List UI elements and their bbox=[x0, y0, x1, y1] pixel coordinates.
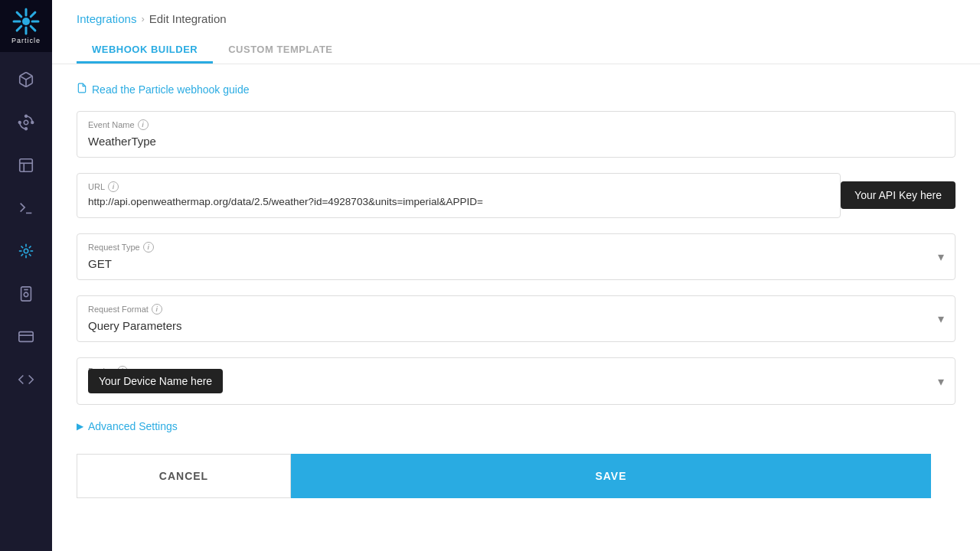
svg-line-6 bbox=[31, 12, 35, 17]
svg-rect-28 bbox=[21, 287, 31, 301]
url-row: URL i http://api.openweathermap.org/data… bbox=[77, 173, 956, 218]
brand-label: Particle bbox=[11, 37, 41, 44]
event-name-label: Event Name i bbox=[88, 119, 944, 130]
breadcrumb-separator: › bbox=[141, 13, 144, 24]
device-field[interactable]: Device i Your Device Name here bbox=[77, 357, 956, 405]
request-type-label: Request Type i bbox=[88, 242, 944, 253]
sidebar-item-code[interactable] bbox=[0, 358, 52, 401]
event-name-group: Event Name i WeatherType bbox=[77, 111, 956, 158]
svg-point-12 bbox=[31, 122, 34, 124]
event-name-field[interactable]: Event Name i WeatherType bbox=[77, 111, 956, 158]
device-group: Device i Your Device Name here bbox=[77, 357, 956, 405]
breadcrumb-current: Edit Integration bbox=[149, 12, 227, 25]
event-name-value: WeatherType bbox=[88, 133, 944, 149]
advanced-settings-label: Advanced Settings bbox=[88, 420, 178, 432]
sidebar-item-sim[interactable] bbox=[0, 272, 52, 315]
form-area: Read the Particle webhook guide Event Na… bbox=[52, 64, 980, 551]
svg-point-11 bbox=[18, 122, 21, 124]
svg-rect-31 bbox=[19, 332, 33, 342]
sidebar-item-integrations[interactable] bbox=[0, 230, 52, 272]
footer-buttons: CANCEL SAVE bbox=[77, 454, 956, 498]
sidebar-item-cli[interactable] bbox=[0, 187, 52, 230]
svg-line-7 bbox=[17, 26, 21, 31]
svg-line-24 bbox=[21, 246, 24, 249]
tabs: WEBHOOK BUILDER CUSTOM TEMPLATE bbox=[77, 37, 956, 64]
tab-custom-template[interactable]: CUSTOM TEMPLATE bbox=[213, 37, 348, 64]
topbar: Integrations › Edit Integration WEBHOOK … bbox=[52, 0, 980, 64]
request-format-info-icon[interactable]: i bbox=[152, 304, 162, 315]
url-group: URL i http://api.openweathermap.org/data… bbox=[77, 173, 956, 218]
breadcrumb-integrations-link[interactable]: Integrations bbox=[77, 12, 136, 25]
request-format-group: Request Format i Query Parameters bbox=[77, 295, 956, 342]
url-label: URL i bbox=[88, 181, 829, 192]
svg-point-19 bbox=[24, 249, 28, 253]
svg-point-29 bbox=[24, 292, 28, 297]
url-value: http://api.openweathermap.org/data/2.5/w… bbox=[88, 195, 829, 210]
sidebar-item-console[interactable] bbox=[0, 144, 52, 187]
sidebar-item-billing[interactable] bbox=[0, 315, 52, 358]
svg-line-4 bbox=[17, 12, 21, 17]
svg-point-14 bbox=[25, 128, 28, 130]
sidebar-nav bbox=[0, 52, 52, 551]
svg-point-8 bbox=[22, 18, 30, 25]
svg-line-25 bbox=[29, 254, 31, 256]
request-type-field[interactable]: Request Type i GET bbox=[77, 233, 956, 280]
doc-icon bbox=[77, 83, 87, 96]
request-format-field[interactable]: Request Format i Query Parameters bbox=[77, 295, 956, 342]
sidebar-item-home[interactable] bbox=[0, 58, 52, 101]
svg-line-27 bbox=[21, 254, 24, 256]
guide-link[interactable]: Read the Particle webhook guide bbox=[77, 83, 956, 96]
svg-point-13 bbox=[25, 115, 28, 117]
breadcrumb: Integrations › Edit Integration bbox=[77, 12, 956, 25]
url-field[interactable]: URL i http://api.openweathermap.org/data… bbox=[77, 173, 841, 218]
svg-point-10 bbox=[24, 120, 28, 125]
request-type-info-icon[interactable]: i bbox=[143, 242, 154, 253]
sidebar: Particle bbox=[0, 0, 52, 551]
url-info-icon[interactable]: i bbox=[108, 181, 119, 192]
main-content: Integrations › Edit Integration WEBHOOK … bbox=[52, 0, 980, 551]
request-type-value: GET bbox=[88, 256, 944, 272]
advanced-settings-toggle[interactable]: ▶ Advanced Settings bbox=[77, 420, 956, 432]
request-format-value: Query Parameters bbox=[88, 318, 944, 334]
logo[interactable]: Particle bbox=[0, 0, 52, 52]
svg-line-5 bbox=[31, 26, 35, 31]
save-button[interactable]: SAVE bbox=[291, 454, 931, 498]
guide-text: Read the Particle webhook guide bbox=[92, 83, 249, 96]
api-key-tooltip: Your API Key here bbox=[841, 181, 956, 209]
request-format-label: Request Format i bbox=[88, 304, 944, 315]
chevron-right-icon: ▶ bbox=[77, 421, 83, 432]
device-name-tooltip: Your Device Name here bbox=[88, 369, 223, 393]
sidebar-item-devices[interactable] bbox=[0, 101, 52, 144]
cancel-button[interactable]: CANCEL bbox=[77, 454, 291, 498]
svg-rect-15 bbox=[20, 159, 33, 172]
event-name-info-icon[interactable]: i bbox=[138, 119, 149, 130]
request-type-group: Request Type i GET bbox=[77, 233, 956, 280]
svg-line-26 bbox=[29, 246, 31, 249]
tab-webhook-builder[interactable]: WEBHOOK BUILDER bbox=[77, 37, 213, 64]
